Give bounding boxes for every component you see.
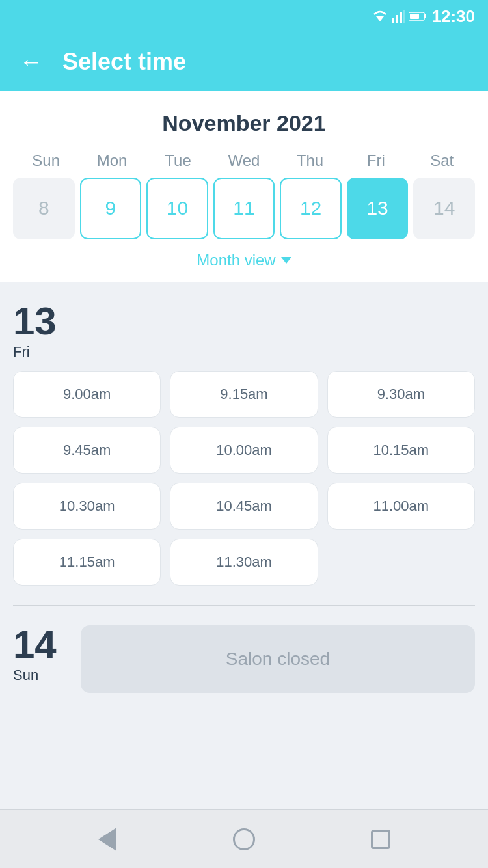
cal-day-11[interactable]: 11	[213, 178, 275, 239]
status-time: 12:30	[432, 7, 476, 27]
day-info-14: 14 Sun	[13, 625, 65, 684]
time-slot-1015am[interactable]: 10.15am	[327, 427, 475, 474]
day-header-sun: Sun	[13, 152, 79, 170]
cal-day-9[interactable]: 9	[80, 178, 142, 239]
nav-bar	[0, 809, 488, 868]
time-slot-1100am[interactable]: 11.00am	[327, 483, 475, 530]
svg-rect-7	[410, 14, 419, 19]
calendar-section: November 2021 Sun Mon Tue Wed Thu Fri Sa…	[0, 91, 488, 282]
calendar-row: 8 9 10 11 12 13 14	[13, 178, 475, 239]
back-button[interactable]: ←	[20, 50, 43, 74]
day-name-14: Sun	[13, 667, 65, 684]
time-slot-1115am[interactable]: 11.15am	[13, 539, 161, 586]
time-slot-1130am[interactable]: 11.30am	[170, 539, 318, 586]
cal-day-12[interactable]: 12	[280, 178, 342, 239]
cal-day-10[interactable]: 10	[146, 178, 208, 239]
nav-back-button[interactable]	[94, 826, 120, 852]
day-number-13: 13	[13, 302, 65, 341]
closed-block-14: 14 Sun Salon closed	[13, 625, 475, 693]
status-icons	[372, 10, 427, 23]
day-divider	[13, 605, 475, 606]
svg-rect-4	[403, 10, 405, 23]
svg-rect-2	[396, 15, 398, 23]
day-header-thu: Thu	[277, 152, 343, 170]
time-slot-915am[interactable]: 9.15am	[170, 371, 318, 418]
page-title: Select time	[62, 48, 186, 75]
svg-rect-6	[424, 14, 426, 18]
month-year-label: November 2021	[13, 111, 475, 136]
battery-icon	[409, 11, 427, 21]
wifi-icon	[372, 10, 388, 23]
day-header-tue: Tue	[145, 152, 211, 170]
day-header-mon: Mon	[79, 152, 144, 170]
day-number-14: 14	[13, 625, 65, 664]
day-block-14: 14 Sun Salon closed	[13, 625, 475, 693]
time-slot-1030am[interactable]: 10.30am	[13, 483, 161, 530]
time-slot-945am[interactable]: 9.45am	[13, 427, 161, 474]
time-slot-930am[interactable]: 9.30am	[327, 371, 475, 418]
signal-icon	[392, 10, 405, 23]
nav-recent-button[interactable]	[368, 826, 394, 852]
cal-day-13[interactable]: 13	[347, 178, 409, 239]
chevron-down-icon	[281, 257, 291, 264]
svg-rect-1	[392, 18, 394, 23]
day-info-13: 13 Fri	[13, 302, 65, 360]
day-block-13: 13 Fri 9.00am 9.15am 9.30am 9.45am 10.00…	[13, 302, 475, 586]
day-name-13: Fri	[13, 344, 65, 360]
day-label-row-13: 13 Fri	[13, 302, 475, 360]
cal-day-8[interactable]: 8	[13, 178, 75, 239]
day-header-sat: Sat	[409, 152, 475, 170]
day-headers: Sun Mon Tue Wed Thu Fri Sat	[13, 152, 475, 170]
svg-marker-0	[376, 16, 384, 21]
svg-rect-3	[400, 12, 402, 23]
cal-day-14[interactable]: 14	[413, 178, 475, 239]
nav-recent-icon	[371, 830, 390, 849]
time-grid-13: 9.00am 9.15am 9.30am 9.45am 10.00am 10.1…	[13, 371, 475, 586]
nav-home-button[interactable]	[231, 826, 257, 852]
day-header-wed: Wed	[211, 152, 277, 170]
time-slot-900am[interactable]: 9.00am	[13, 371, 161, 418]
month-view-label: Month view	[197, 251, 275, 269]
time-section: 13 Fri 9.00am 9.15am 9.30am 9.45am 10.00…	[0, 282, 488, 809]
salon-closed-label: Salon closed	[81, 625, 475, 693]
nav-home-icon	[233, 828, 255, 850]
app-header: ← Select time	[0, 33, 488, 91]
time-slot-1000am[interactable]: 10.00am	[170, 427, 318, 474]
time-slot-1045am[interactable]: 10.45am	[170, 483, 318, 530]
month-view-button[interactable]: Month view	[13, 251, 475, 269]
day-header-fri: Fri	[343, 152, 409, 170]
nav-back-icon	[98, 828, 116, 851]
status-bar: 12:30	[0, 0, 488, 33]
